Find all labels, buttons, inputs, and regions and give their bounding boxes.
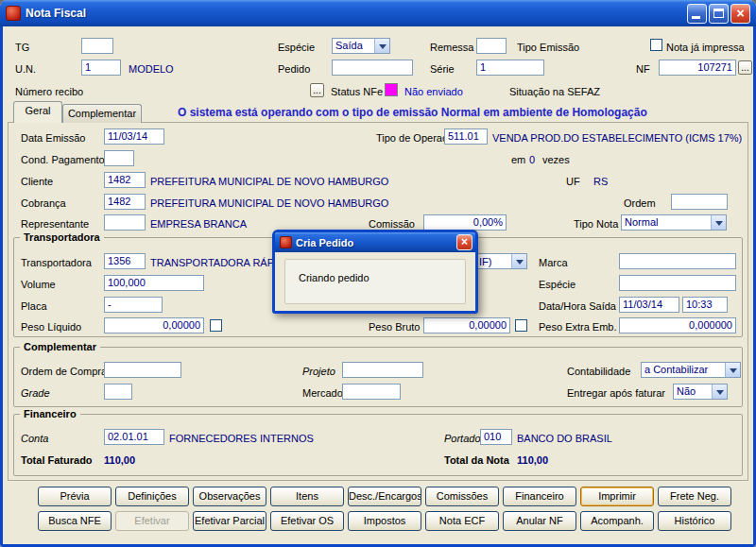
imprimir-button[interactable]: Imprimir [580, 487, 654, 506]
parcelas-value: 0 [529, 154, 535, 166]
recibo-browse-button[interactable]: ... [310, 83, 324, 97]
portador-desc: BANCO DO BRASIL [517, 433, 612, 445]
financeiro-button[interactable]: Financeiro [503, 487, 576, 506]
conta-label: Conta [21, 433, 48, 445]
window-titlebar[interactable]: Nota Fiscal [0, 0, 756, 26]
status-nfe-value: Não enviado [404, 86, 463, 98]
minimize-icon [692, 16, 700, 19]
data-saida-field[interactable]: 11/03/14 [619, 297, 679, 313]
tipo-nota-value: Normal [625, 216, 658, 228]
tab-geral[interactable]: Geral [13, 101, 62, 123]
desc-encargos-button[interactable]: Desc./Encargos [348, 487, 421, 506]
chevron-down-icon [712, 385, 727, 399]
nota-fiscal-window: Nota Fiscal TG Espécie Saída Remessa Tip… [0, 0, 756, 547]
entregar-value: Não [677, 385, 696, 397]
dialog-titlebar[interactable]: Cria Pedido [275, 232, 475, 252]
portador-label: Portador [444, 433, 484, 445]
peso-liquido-checkbox[interactable] [210, 319, 222, 332]
cliente-field[interactable]: 1482 [104, 172, 146, 188]
remessa-field[interactable] [476, 38, 507, 54]
projeto-field[interactable] [342, 362, 423, 378]
contabilidade-value: a Contabilizar [644, 364, 708, 375]
dialog-close-button[interactable] [456, 234, 472, 250]
tipo-operacao-field[interactable]: 511.01 [444, 128, 488, 145]
pedido-field[interactable] [332, 60, 413, 76]
transportadora-group-title: Transportadora [20, 231, 104, 243]
especie-transp-field[interactable] [619, 275, 736, 291]
peso-liquido-field[interactable]: 0,00000 [104, 317, 204, 333]
peso-bruto-field[interactable]: 0,00000 [423, 317, 510, 333]
historico-button[interactable]: Histórico [658, 511, 731, 531]
numero-recibo-label: Número recibo [15, 86, 83, 98]
comissoes-button[interactable]: Comissões [425, 487, 499, 506]
frete-value-fragment: IF) [479, 255, 491, 269]
close-icon [731, 5, 749, 23]
observacoes-button[interactable]: Observações [193, 487, 266, 506]
data-emissao-field[interactable]: 11/03/14 [104, 128, 164, 145]
dialog-message-panel: Criando pedido [284, 259, 466, 304]
transportadora-field[interactable]: 1356 [104, 253, 146, 269]
grade-field[interactable] [104, 384, 132, 400]
contabilidade-select[interactable]: a Contabilizar [641, 362, 741, 378]
tg-field[interactable] [81, 38, 113, 54]
contabilidade-label: Contabilidade [567, 366, 630, 378]
marca-label: Marca [539, 257, 568, 269]
conta-field[interactable]: 02.01.01 [104, 429, 164, 445]
mercado-label: Mercado [302, 387, 343, 400]
nf-browse-button[interactable]: ... [738, 60, 752, 75]
peso-bruto-checkbox[interactable] [515, 319, 527, 332]
especie-label: Espécie [278, 42, 315, 54]
un-desc: MODELO [129, 63, 174, 76]
mercado-field[interactable] [342, 384, 401, 400]
close-button[interactable] [730, 4, 750, 24]
impostos-button[interactable]: Impostos [348, 511, 421, 531]
ordem-compra-field[interactable] [104, 362, 181, 378]
un-field[interactable]: 1 [81, 60, 121, 76]
nf-field[interactable]: 107271 [659, 60, 736, 76]
data-emissao-label: Data Emissão [21, 132, 85, 145]
minimize-button[interactable] [687, 4, 707, 24]
representante-field[interactable] [104, 214, 146, 231]
transportadora-label: Transportadora [21, 257, 92, 269]
ordem-field[interactable] [671, 194, 728, 210]
volume-label: Volume [21, 279, 56, 291]
anular-nf-button[interactable]: Anular NF [503, 511, 576, 531]
nota-ja-impressa-checkbox[interactable] [650, 39, 662, 51]
nota-ecf-button[interactable]: Nota ECF [425, 511, 499, 531]
serie-field[interactable]: 1 [476, 60, 544, 76]
cobranca-field[interactable]: 1482 [104, 194, 146, 210]
chevron-down-icon [711, 215, 726, 230]
peso-extra-field[interactable]: 0,000000 [619, 317, 736, 333]
marca-field[interactable] [619, 253, 736, 269]
definicoes-button[interactable]: Definições [115, 487, 189, 506]
cliente-desc: PREFEITURA MUNICIPAL DE NOVO HAMBURGO [150, 176, 388, 188]
itens-button[interactable]: Itens [270, 487, 344, 506]
especie-select[interactable]: Saída [332, 38, 390, 54]
close-icon [457, 235, 472, 249]
entregar-select[interactable]: Não [673, 384, 728, 400]
cliente-label: Cliente [21, 176, 53, 188]
tab-complementar[interactable]: Complementar [62, 104, 142, 123]
portador-field[interactable]: 010 [480, 429, 512, 445]
conta-desc: FORNECEDORES INTERNOS [169, 433, 314, 445]
maximize-button[interactable] [709, 4, 729, 24]
hora-saida-field[interactable]: 10:33 [682, 297, 728, 313]
acompanh-button[interactable]: Acompanh. [580, 511, 654, 531]
tipo-emissao-label: Tipo Emissão [517, 42, 579, 54]
efetivar-os-button[interactable]: Efetivar OS [270, 511, 344, 531]
chevron-down-icon [725, 363, 740, 377]
comissao-field[interactable]: 0,00% [423, 214, 507, 231]
projeto-label: Projeto [302, 366, 335, 378]
tipo-nota-select[interactable]: Normal [621, 214, 727, 231]
cond-pagamento-field[interactable] [104, 150, 134, 166]
data-hora-saida-label: Data/Hora Saída [539, 300, 616, 313]
frete-neg-button[interactable]: Frete Neg. [658, 487, 731, 506]
volume-field[interactable]: 100,000 [104, 275, 204, 291]
vezes-label: vezes [542, 154, 570, 166]
busca-nfe-button[interactable]: Busca NFE [38, 511, 112, 531]
dialog-app-icon [280, 236, 292, 248]
previa-button[interactable]: Prévia [38, 487, 112, 506]
efetivar-parcial-button[interactable]: Efetivar Parcial [193, 511, 266, 531]
nota-ja-impressa-label: Nota já impressa [666, 42, 745, 54]
placa-field[interactable]: - [104, 297, 163, 313]
